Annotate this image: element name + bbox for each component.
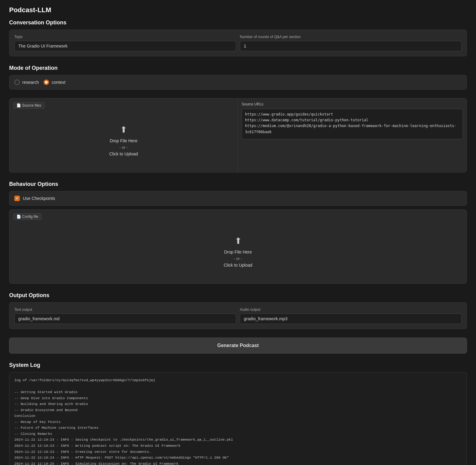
use-checkpoints-card: Use Checkpoints bbox=[9, 191, 467, 206]
source-files-label: Source files bbox=[22, 103, 41, 108]
radio-research[interactable]: research bbox=[14, 80, 39, 85]
config-file-label: Config file bbox=[22, 215, 38, 219]
topic-label: Topic bbox=[14, 35, 236, 39]
use-checkpoints-label[interactable]: Use Checkpoints bbox=[14, 196, 462, 201]
conversation-options-section: Conversation Options Topic Number of rou… bbox=[9, 20, 467, 56]
config-or-text: - or - bbox=[234, 256, 242, 261]
system-log-content: log of /var/folders/ny/myl4qfms7svd_wp4y… bbox=[9, 372, 467, 465]
radio-context-circle bbox=[44, 80, 49, 85]
source-urls-label: Source URLs bbox=[242, 102, 463, 106]
audio-output-field-group: Audio output bbox=[240, 307, 462, 324]
drop-text: Drop File Here bbox=[110, 138, 137, 143]
app-title: Podcast-LLM bbox=[9, 6, 467, 14]
use-checkpoints-text: Use Checkpoints bbox=[23, 196, 55, 201]
radio-context[interactable]: context bbox=[44, 80, 65, 85]
system-log-section: System Log log of /var/folders/ny/myl4qf… bbox=[9, 362, 467, 465]
text-output-field-group: Text output bbox=[14, 307, 236, 324]
rounds-input[interactable] bbox=[240, 41, 462, 51]
radio-context-label: context bbox=[52, 80, 65, 85]
rounds-label: Number of rounds of Q&A per section bbox=[240, 35, 462, 39]
rounds-field-group: Number of rounds of Q&A per section bbox=[240, 35, 462, 51]
radio-research-label: research bbox=[22, 80, 39, 85]
config-click-text: Click to Upload bbox=[224, 263, 252, 268]
click-to-upload-text: Click to Upload bbox=[109, 151, 138, 156]
generate-podcast-button[interactable]: Generate Podcast bbox=[9, 338, 467, 353]
source-files-upload[interactable]: ⬆ Drop File Here - or - Click to Upload bbox=[13, 112, 234, 169]
topic-input[interactable] bbox=[14, 41, 236, 51]
output-options-section: Output Options Text output Audio output bbox=[9, 292, 467, 329]
text-output-input[interactable] bbox=[14, 314, 236, 324]
behaviour-options-section: Behaviour Options Use Checkpoints 📄 Conf… bbox=[9, 181, 467, 284]
source-panel: 📄 Source files ⬆ Drop File Here - or - C… bbox=[9, 98, 467, 172]
config-drop-text: Drop File Here bbox=[224, 250, 252, 254]
source-urls-input[interactable]: https://www.gradio.app/guides/quickstart… bbox=[242, 109, 463, 139]
radio-research-circle bbox=[14, 80, 20, 85]
source-file-icon: 📄 bbox=[16, 103, 21, 108]
use-checkpoints-checkbox[interactable] bbox=[14, 196, 20, 201]
config-upload-icon: ⬆ bbox=[235, 236, 242, 246]
audio-output-label: Audio output bbox=[240, 307, 462, 312]
behaviour-options-heading: Behaviour Options bbox=[9, 181, 467, 187]
system-log-heading: System Log bbox=[9, 362, 467, 368]
or-text: - or - bbox=[119, 145, 128, 150]
text-output-label: Text output bbox=[14, 307, 236, 312]
source-files-tab[interactable]: 📄 Source files bbox=[13, 102, 44, 109]
conversation-options-heading: Conversation Options bbox=[9, 20, 467, 26]
output-options-heading: Output Options bbox=[9, 292, 467, 299]
config-file-upload[interactable]: ⬆ Drop File Here - or - Click to Upload bbox=[13, 224, 463, 280]
source-files-panel: 📄 Source files ⬆ Drop File Here - or - C… bbox=[9, 98, 238, 172]
config-file-icon: 📄 bbox=[16, 215, 21, 219]
config-file-card: 📄 Config file ⬆ Drop File Here - or - Cl… bbox=[9, 209, 467, 284]
mode-of-operation-heading: Mode of Operation bbox=[9, 65, 467, 71]
source-urls-panel: Source URLs https://www.gradio.app/guide… bbox=[238, 98, 467, 172]
topic-field-group: Topic bbox=[14, 35, 236, 51]
config-file-tab[interactable]: 📄 Config file bbox=[13, 213, 42, 220]
upload-icon: ⬆ bbox=[120, 125, 127, 135]
audio-output-input[interactable] bbox=[240, 314, 462, 324]
mode-of-operation-section: Mode of Operation research context bbox=[9, 65, 467, 90]
mode-radio-group: research context bbox=[14, 80, 462, 85]
